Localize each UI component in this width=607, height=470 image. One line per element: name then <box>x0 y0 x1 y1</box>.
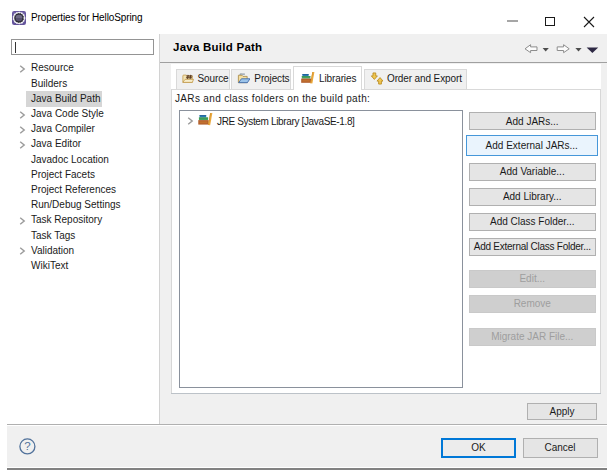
svg-text:?: ? <box>24 440 30 452</box>
